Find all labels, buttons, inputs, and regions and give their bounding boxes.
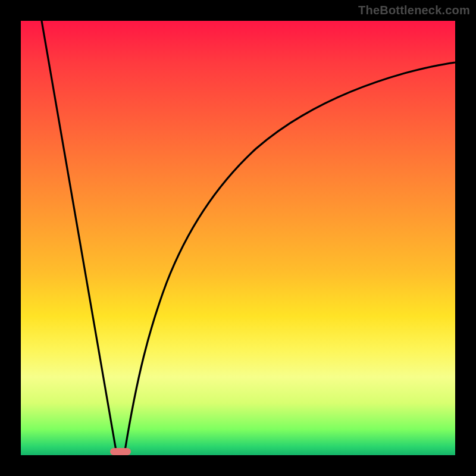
minimum-marker bbox=[110, 448, 131, 455]
curve-svg bbox=[21, 21, 455, 455]
chart-frame: TheBottleneck.com bbox=[0, 0, 476, 476]
plot-area bbox=[21, 21, 455, 455]
bottleneck-curve-path bbox=[42, 21, 455, 450]
watermark-text: TheBottleneck.com bbox=[358, 4, 470, 17]
